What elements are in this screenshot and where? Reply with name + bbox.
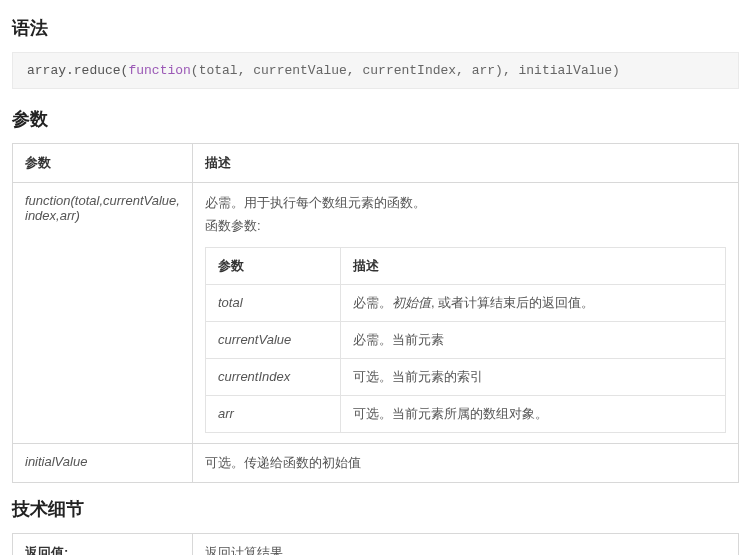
desc-text: 必需。 bbox=[353, 295, 392, 310]
syntax-heading: 语法 bbox=[12, 16, 739, 40]
table-header-row: 参数 描述 bbox=[13, 144, 739, 183]
col-header-param: 参数 bbox=[206, 247, 341, 284]
inner-params-table: 参数 描述 total 必需。初始值, 或者计算结束后的返回值。 current… bbox=[205, 247, 726, 433]
table-row: arr 可选。当前元素所属的数组对象。 bbox=[206, 395, 726, 432]
tech-label: 返回值: bbox=[13, 533, 193, 555]
tech-table: 返回值: 返回计算结果 JavaScript 版本: ECMAScript 3 bbox=[12, 533, 739, 555]
table-row: currentIndex 可选。当前元素的索引 bbox=[206, 358, 726, 395]
param-name: currentIndex bbox=[206, 358, 341, 395]
col-header-desc: 描述 bbox=[341, 247, 726, 284]
desc-text: , 或者计算结束后的返回值。 bbox=[431, 295, 594, 310]
params-heading: 参数 bbox=[12, 107, 739, 131]
params-table: 参数 描述 function(total,currentValue, index… bbox=[12, 143, 739, 483]
param-name: currentValue bbox=[206, 321, 341, 358]
col-header-desc: 描述 bbox=[193, 144, 739, 183]
table-row: function(total,currentValue, index,arr) … bbox=[13, 183, 739, 444]
desc-text: 必需。用于执行每个数组元素的函数。 bbox=[205, 193, 726, 214]
param-desc: 可选。当前元素的索引 bbox=[341, 358, 726, 395]
tech-value: 返回计算结果 bbox=[193, 533, 739, 555]
table-row: 返回值: 返回计算结果 bbox=[13, 533, 739, 555]
table-header-row: 参数 描述 bbox=[206, 247, 726, 284]
param-name: total bbox=[206, 284, 341, 321]
param-name: function(total,currentValue, index,arr) bbox=[13, 183, 193, 444]
table-row: currentValue 必需。当前元素 bbox=[206, 321, 726, 358]
code-prefix: array.reduce( bbox=[27, 63, 128, 78]
col-header-param: 参数 bbox=[13, 144, 193, 183]
param-desc: 可选。当前元素所属的数组对象。 bbox=[341, 395, 726, 432]
desc-text: 函数参数: bbox=[205, 216, 726, 237]
code-keyword: function bbox=[128, 63, 190, 78]
code-block: array.reduce(function(total, currentValu… bbox=[12, 52, 739, 89]
tech-heading: 技术细节 bbox=[12, 497, 739, 521]
desc-italic: 初始值 bbox=[392, 295, 431, 310]
param-name: initialValue bbox=[13, 443, 193, 482]
code-signature: (total, currentValue, currentIndex, arr)… bbox=[191, 63, 620, 78]
param-name: arr bbox=[206, 395, 341, 432]
table-row: total 必需。初始值, 或者计算结束后的返回值。 bbox=[206, 284, 726, 321]
table-row: initialValue 可选。传递给函数的初始值 bbox=[13, 443, 739, 482]
param-desc: 可选。传递给函数的初始值 bbox=[193, 443, 739, 482]
param-desc: 必需。当前元素 bbox=[341, 321, 726, 358]
param-desc: 必需。初始值, 或者计算结束后的返回值。 bbox=[341, 284, 726, 321]
param-desc: 必需。用于执行每个数组元素的函数。 函数参数: 参数 描述 total 必需。初… bbox=[193, 183, 739, 444]
